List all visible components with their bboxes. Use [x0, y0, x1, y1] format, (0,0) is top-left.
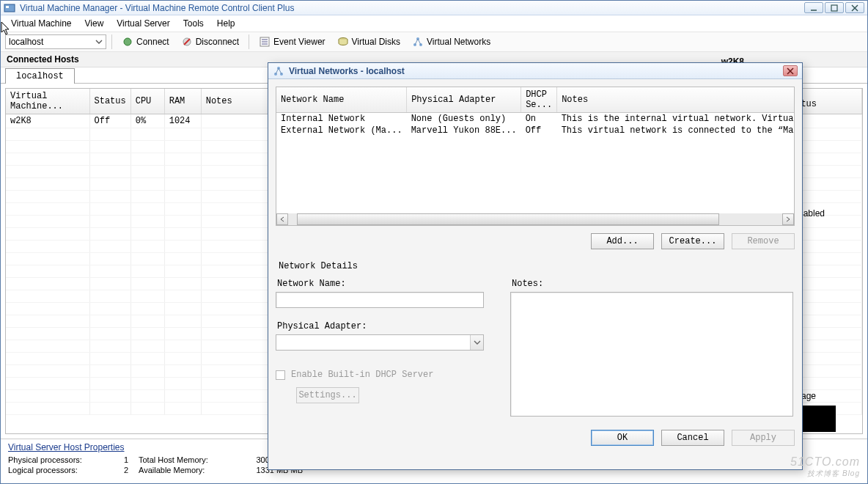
event-viewer-icon [259, 36, 271, 48]
col-ram[interactable]: RAM [164, 89, 201, 114]
dhcp-checkbox-label: Enable Built-in DHCP Server [291, 370, 433, 380]
dhcp-checkbox-row: Enable Built-in DHCP Server [276, 370, 496, 380]
horizontal-scrollbar[interactable] [276, 213, 794, 225]
svg-rect-1 [6, 6, 9, 8]
physical-adapter-combo[interactable] [276, 334, 484, 351]
col-dhcp[interactable]: DHCP Se... [521, 87, 557, 113]
toolbar-separator [111, 34, 112, 49]
physical-adapter-label: Physical Adapter: [277, 321, 496, 331]
event-viewer-button[interactable]: Event Viewer [254, 34, 329, 49]
add-button[interactable]: Add... [591, 233, 654, 249]
dhcp-settings-button[interactable]: Settings... [296, 387, 359, 403]
disk-icon [337, 36, 349, 48]
virtual-networks-button[interactable]: Virtual Networks [408, 34, 495, 49]
menubar: Virtual Machine View Virtual Server Tool… [1, 15, 867, 32]
disconnect-button[interactable]: Disconnect [177, 34, 243, 49]
scroll-right-button[interactable] [782, 213, 794, 225]
scroll-track[interactable] [288, 213, 782, 225]
maximize-button[interactable] [825, 2, 844, 13]
main-window: Virtual Machine Manager - Virtual Machin… [0, 0, 868, 484]
menu-tools[interactable]: Tools [177, 17, 210, 30]
menu-virtual-machine[interactable]: Virtual Machine [5, 17, 78, 30]
titlebar: Virtual Machine Manager - Virtual Machin… [1, 1, 867, 15]
connect-button[interactable]: Connect [117, 34, 174, 49]
right-pane-thumbnail [803, 406, 836, 432]
dialog-title: Virtual Networks - localhost [289, 66, 405, 76]
cursor-icon [1, 21, 11, 36]
logical-processors-label: Logical processors: [8, 466, 111, 474]
create-button[interactable]: Create... [661, 233, 724, 249]
col-network-name[interactable]: Network Name [276, 87, 407, 113]
physical-processors-label: Physical processors: [8, 455, 111, 464]
tab-localhost[interactable]: localhost [5, 68, 75, 84]
apply-button[interactable]: Apply [732, 430, 795, 446]
physical-processors-value: 1 [114, 455, 136, 464]
col-physical-adapter[interactable]: Physical Adapter [407, 87, 521, 113]
network-icon [273, 65, 284, 77]
chevron-down-icon [470, 335, 483, 350]
network-details: Network Name: Physical Adapter: Enable B… [276, 277, 795, 417]
total-memory-label: Total Host Memory: [139, 455, 241, 464]
menu-virtual-server[interactable]: Virtual Server [111, 17, 175, 30]
dialog-close-button[interactable] [783, 65, 798, 76]
available-memory-label: Available Memory: [139, 466, 241, 474]
window-buttons [804, 2, 864, 13]
network-name-input[interactable] [276, 292, 484, 308]
virtual-disks-button[interactable]: Virtual Disks [333, 34, 405, 49]
col-status[interactable]: Status [89, 89, 130, 114]
dialog-titlebar: Virtual Networks - localhost [268, 63, 802, 79]
notes-label: Notes: [512, 279, 793, 289]
window-title: Virtual Machine Manager - Virtual Machin… [20, 3, 294, 13]
table-row[interactable]: Internal Network None (Guests only) On T… [276, 113, 795, 125]
menu-view[interactable]: View [79, 17, 110, 30]
host-combo[interactable]: localhost [5, 34, 106, 49]
cancel-button[interactable]: Cancel [661, 430, 724, 446]
dhcp-checkbox[interactable] [276, 370, 285, 380]
toolbar: localhost Connect Disconnect Event Viewe… [1, 32, 867, 52]
app-icon [4, 2, 15, 14]
scroll-left-button[interactable] [276, 213, 288, 225]
toolbar-separator [249, 34, 249, 49]
close-button[interactable] [845, 2, 864, 13]
col-virtual-machine[interactable]: Virtual Machine... [6, 89, 89, 114]
host-properties-link[interactable]: Virtual Server Host Properties [8, 442, 125, 452]
dialog-footer-buttons: OK Cancel Apply [276, 430, 795, 446]
svg-point-6 [124, 38, 131, 45]
col-cpu[interactable]: CPU [130, 89, 164, 114]
remove-button[interactable]: Remove [732, 233, 795, 249]
svg-rect-3 [831, 5, 837, 11]
connect-icon [122, 36, 133, 48]
network-list: Network Name Physical Adapter DHCP Se...… [276, 87, 795, 226]
ok-button[interactable]: OK [591, 430, 654, 446]
chevron-down-icon [95, 38, 103, 45]
notes-textarea[interactable] [510, 292, 793, 417]
network-table: Network Name Physical Adapter DHCP Se...… [276, 87, 795, 136]
scroll-thumb[interactable] [297, 213, 719, 225]
logical-processors-value: 2 [114, 466, 136, 474]
menu-help[interactable]: Help [211, 17, 241, 30]
table-row[interactable]: External Network (Ma... Marvell Yukon 88… [276, 125, 795, 136]
network-name-label: Network Name: [277, 279, 496, 289]
host-combo-value: localhost [9, 37, 43, 47]
virtual-networks-dialog: Virtual Networks - localhost Network Nam… [268, 62, 803, 470]
network-table-header-row: Network Name Physical Adapter DHCP Se...… [276, 87, 795, 113]
disconnect-icon [181, 36, 193, 48]
minimize-button[interactable] [804, 2, 823, 13]
dialog-body: Network Name Physical Adapter DHCP Se...… [268, 79, 802, 469]
network-buttons-row: Add... Create... Remove [276, 233, 795, 249]
network-details-label: Network Details [279, 261, 795, 271]
network-icon [412, 36, 424, 48]
col-notes[interactable]: Notes [557, 87, 795, 113]
